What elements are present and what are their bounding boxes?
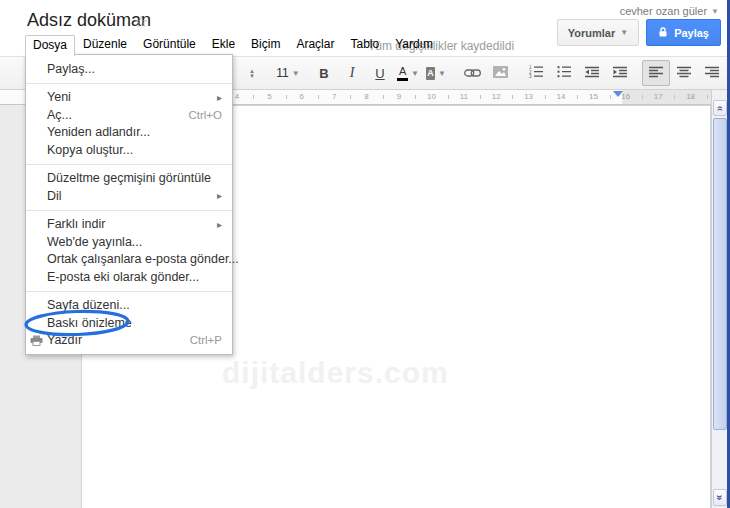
ruler-number: 13	[524, 92, 533, 101]
ruler-tick	[642, 95, 643, 99]
bulleted-list-button[interactable]	[550, 60, 578, 86]
font-size-stepper[interactable]: ▴▾	[238, 60, 266, 86]
stepper-arrows-icon: ▴▾	[250, 68, 254, 78]
ruler-number: 7	[332, 92, 336, 101]
share-button[interactable]: Paylaş	[646, 19, 721, 46]
text-color-button[interactable]: A ▼	[394, 60, 422, 86]
chevron-down-icon: »	[715, 495, 726, 501]
font-size-select[interactable]: 11 ▼	[274, 60, 302, 86]
menu-item-web-de-yayinla[interactable]: Web'de yayınla...	[26, 233, 232, 251]
file-menu: Paylaş...Yeni▸Aç...Ctrl+OYeniden adlandı…	[25, 54, 233, 355]
ruler-tick	[415, 95, 416, 99]
ruler-tick	[577, 95, 578, 99]
comments-button[interactable]: Yorumlar ▼	[557, 19, 639, 46]
link-icon	[464, 64, 481, 82]
menu-item-label: Yazdır	[47, 333, 190, 347]
document-title[interactable]: Adsız doküman	[27, 10, 151, 31]
menu-item-label: Aç...	[47, 108, 188, 122]
ruler-tick	[610, 95, 611, 99]
chevron-up-icon: »	[715, 105, 726, 111]
menu-item-duzeltme-gecmisini-goruntule[interactable]: Düzeltme geçmişini görüntüle	[26, 170, 232, 188]
ruler-right-margin	[622, 90, 712, 104]
italic-button[interactable]: I	[338, 60, 366, 86]
menu-araclar[interactable]: Araçlar	[288, 35, 342, 56]
menu-ekle[interactable]: Ekle	[204, 35, 243, 56]
menu-item-yazdir[interactable]: YazdırCtrl+P	[26, 332, 232, 350]
menu-item-e-posta-eki-olarak-gonder[interactable]: E-posta eki olarak gönder...	[26, 268, 232, 286]
insert-link-button[interactable]	[458, 60, 486, 86]
menu-goruntule[interactable]: Görüntüle	[135, 35, 204, 56]
menu-duzenle[interactable]: Düzenle	[75, 35, 135, 56]
ruler-tick	[286, 95, 287, 99]
ruler-number: 6	[300, 92, 304, 101]
ruler-tick	[318, 95, 319, 99]
scroll-down-button[interactable]: »	[713, 489, 727, 506]
scroll-up-button[interactable]: »	[713, 100, 727, 116]
menu-tablo[interactable]: Tablo	[342, 35, 387, 56]
image-icon	[493, 64, 508, 82]
ruler-tick	[480, 95, 481, 99]
align-center-button[interactable]	[670, 60, 698, 86]
menu-item-farkli-indir[interactable]: Farklı indir▸	[26, 216, 232, 234]
menu-item-label: Farklı indir	[47, 217, 217, 231]
underline-button[interactable]: U	[366, 60, 394, 86]
decrease-indent-button[interactable]	[578, 60, 606, 86]
decrease-indent-icon	[585, 64, 600, 82]
ruler-tick	[253, 95, 254, 99]
ruler-tick	[545, 95, 546, 99]
menu-divider	[26, 210, 232, 211]
insert-image-button[interactable]	[486, 60, 514, 86]
lock-icon	[658, 26, 668, 40]
ruler-number: 5	[267, 92, 271, 101]
menu-yardim[interactable]: Yardım	[387, 35, 441, 56]
menu-item-label: Sayfa düzeni...	[47, 298, 222, 312]
menu-item-label: Web'de yayınla...	[47, 235, 222, 249]
chevron-down-icon: ▼	[620, 28, 628, 37]
menu-item-label: Kopya oluştur...	[47, 143, 222, 157]
menu-divider	[26, 83, 232, 84]
highlight-color-button[interactable]: A ▼	[422, 60, 450, 86]
menu-item-kopya-olustur[interactable]: Kopya oluştur...	[26, 141, 232, 159]
increase-indent-button[interactable]	[606, 60, 634, 86]
scrollbar-thumb[interactable]	[713, 118, 727, 430]
menu-shortcut: Ctrl+P	[190, 334, 222, 346]
menu-item-label: Dil	[47, 189, 217, 203]
chevron-down-icon: ▼	[411, 69, 419, 78]
ruler-number: 14	[557, 92, 566, 101]
bold-button[interactable]: B	[310, 60, 338, 86]
star-icon[interactable]: ☆	[134, 12, 148, 31]
menu-item-paylas[interactable]: Paylaş...	[26, 60, 232, 78]
vertical-scrollbar[interactable]: » »	[711, 90, 727, 508]
menu-dosya[interactable]: Dosya	[25, 35, 75, 56]
menu-item-ac[interactable]: Aç...Ctrl+O	[26, 106, 232, 124]
ruler-tick	[383, 95, 384, 99]
align-left-button[interactable]	[642, 60, 670, 86]
menu-item-yeniden-adlandir[interactable]: Yeniden adlandır...	[26, 124, 232, 142]
ruler-number: 16	[621, 92, 630, 101]
submenu-arrow-icon: ▸	[217, 190, 222, 201]
numbered-list-button[interactable]: 123	[522, 60, 550, 86]
menu-bicim[interactable]: Biçim	[243, 35, 288, 56]
submenu-arrow-icon: ▸	[217, 219, 222, 230]
ruler-tick	[448, 95, 449, 99]
menu-item-baski-onizleme[interactable]: Baskı önizleme	[26, 314, 232, 332]
ruler-tick	[707, 95, 708, 99]
ruler-number: 9	[397, 92, 401, 101]
menu-item-ortak-calisanlara-e-posta-gonder[interactable]: Ortak çalışanlara e-posta gönder...	[26, 251, 232, 269]
svg-text:3: 3	[529, 74, 532, 78]
menu-item-label: E-posta eki olarak gönder...	[47, 270, 222, 284]
menu-divider	[26, 164, 232, 165]
account-menu[interactable]: cevher ozan güler ▼	[620, 5, 719, 17]
menu-item-dil[interactable]: Dil▸	[26, 187, 232, 205]
menu-item-label: Düzeltme geçmişini görüntüle	[47, 171, 222, 185]
menu-item-sayfa-duzeni[interactable]: Sayfa düzeni...	[26, 297, 232, 315]
align-right-button[interactable]	[698, 60, 726, 86]
ruler-number: 17	[654, 92, 663, 101]
chevron-down-icon: ▼	[438, 69, 446, 78]
ruler-tick	[512, 95, 513, 99]
chevron-down-icon: ▼	[711, 7, 719, 16]
printer-icon	[26, 335, 47, 346]
align-right-icon	[705, 64, 720, 82]
menu-item-yeni[interactable]: Yeni▸	[26, 89, 232, 107]
menu-item-label: Yeniden adlandır...	[47, 125, 222, 139]
